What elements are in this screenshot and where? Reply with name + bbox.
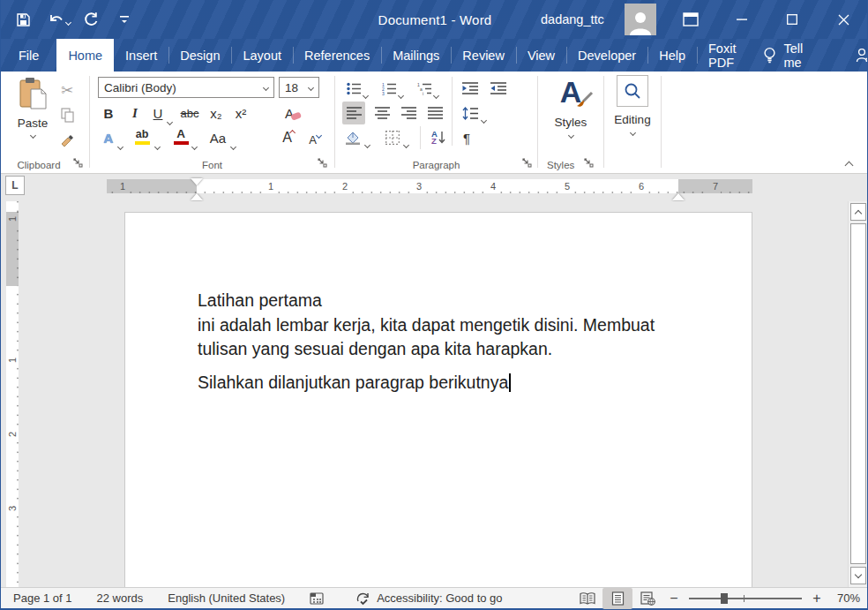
document-canvas[interactable]: 1 1 2 3 Latihan pertama ini adalah lemba…: [1, 201, 849, 587]
shading-icon[interactable]: [342, 126, 365, 149]
shading-dropdown-icon[interactable]: [365, 135, 370, 151]
tab-insert[interactable]: Insert: [114, 39, 168, 72]
tab-foxit-pdf[interactable]: Foxit PDF: [697, 39, 747, 72]
multilevel-list-icon[interactable]: 1ai: [413, 77, 436, 100]
tab-view[interactable]: View: [516, 39, 566, 72]
zoom-track[interactable]: [689, 598, 802, 599]
collapse-ribbon-icon[interactable]: [846, 156, 852, 172]
highlight-dropdown-icon[interactable]: [155, 137, 160, 153]
scroll-up-icon[interactable]: [850, 203, 866, 221]
avatar[interactable]: [625, 4, 656, 35]
read-mode-icon[interactable]: [572, 588, 602, 609]
text-effects-button[interactable]: A: [97, 126, 120, 149]
text-effects-dropdown-icon[interactable]: [118, 137, 123, 153]
word-count[interactable]: 22 words: [85, 588, 156, 608]
multilevel-dropdown-icon[interactable]: [434, 86, 438, 102]
underline-button[interactable]: U: [146, 102, 169, 124]
borders-dropdown-icon[interactable]: [404, 135, 408, 151]
bold-button[interactable]: B: [97, 102, 120, 124]
tab-stop-selector[interactable]: L: [5, 176, 25, 195]
tab-references[interactable]: References: [293, 39, 381, 72]
right-indent-marker[interactable]: [672, 193, 685, 200]
language-indicator[interactable]: English (United States): [155, 588, 297, 608]
decrease-indent-icon[interactable]: [459, 77, 482, 100]
tab-help[interactable]: Help: [647, 39, 697, 72]
font-size-select[interactable]: 18: [279, 77, 319, 98]
strikethrough-button[interactable]: abc: [178, 102, 201, 124]
scrollbar-thumb[interactable]: [850, 223, 866, 564]
font-name-select[interactable]: Calibri (Body): [98, 77, 274, 98]
zoom-percent[interactable]: 70%: [828, 591, 868, 605]
borders-icon[interactable]: [381, 126, 404, 149]
sort-icon[interactable]: A Z: [427, 126, 450, 149]
editing-button[interactable]: Editing: [604, 75, 661, 135]
clear-formatting-button[interactable]: A: [282, 102, 305, 124]
cut-icon[interactable]: ✂: [56, 79, 79, 102]
paste-dropdown-icon[interactable]: [29, 132, 35, 139]
tab-layout[interactable]: Layout: [231, 39, 293, 72]
align-center-button[interactable]: [370, 102, 393, 124]
zoom-out-icon[interactable]: −: [668, 591, 680, 606]
line-spacing-icon[interactable]: [459, 102, 482, 124]
numbering-dropdown-icon[interactable]: [399, 86, 403, 102]
tab-developer[interactable]: Developer: [566, 39, 647, 72]
minimize-icon[interactable]: [722, 0, 762, 39]
ribbon-display-options-icon[interactable]: [670, 0, 711, 39]
macro-record-icon[interactable]: [297, 588, 336, 608]
document-page[interactable]: Latihan pertama ini adalah lembar kerja,…: [124, 212, 752, 587]
tab-home[interactable]: Home: [56, 39, 114, 72]
clipboard-dialog-launcher-icon[interactable]: [73, 158, 85, 169]
horizontal-ruler[interactable]: 1 1 2 3 4 5 6 7: [107, 179, 752, 193]
bullets-dropdown-icon[interactable]: [363, 86, 368, 102]
styles-dropdown-icon[interactable]: [567, 132, 573, 139]
tab-design[interactable]: Design: [168, 39, 231, 72]
web-layout-icon[interactable]: [632, 588, 662, 609]
change-case-button[interactable]: Aa: [206, 126, 229, 149]
increase-indent-icon[interactable]: [487, 77, 510, 100]
styles-dialog-launcher-icon[interactable]: [584, 158, 595, 169]
accessibility-checker[interactable]: Accessibility: Good to go: [343, 588, 514, 608]
bullets-icon[interactable]: [342, 77, 365, 100]
font-dialog-launcher-icon[interactable]: [318, 158, 329, 169]
hanging-indent-marker[interactable]: [191, 193, 203, 200]
highlight-color-button[interactable]: ab: [131, 124, 153, 147]
page-indicator[interactable]: Page 1 of 1: [1, 588, 85, 608]
tell-me-button[interactable]: Tell me: [747, 39, 819, 72]
format-painter-icon[interactable]: [56, 128, 79, 151]
scroll-down-icon[interactable]: [850, 567, 866, 584]
font-color-button[interactable]: A: [169, 124, 192, 147]
print-layout-icon[interactable]: [602, 588, 632, 609]
zoom-thumb[interactable]: [721, 593, 728, 604]
subscript-button[interactable]: x₂: [205, 102, 228, 124]
numbering-icon[interactable]: 123: [378, 77, 400, 100]
align-left-button[interactable]: [342, 102, 365, 124]
paragraph-dialog-launcher-icon[interactable]: [522, 158, 534, 169]
maximize-icon[interactable]: [772, 0, 812, 39]
line-spacing-dropdown-icon[interactable]: [482, 110, 486, 126]
styles-button[interactable]: A Styles: [538, 75, 603, 138]
tab-review[interactable]: Review: [451, 39, 516, 72]
copy-icon[interactable]: [56, 103, 79, 126]
first-line-indent-marker[interactable]: [191, 178, 203, 185]
superscript-button[interactable]: x²: [229, 102, 252, 124]
account-user-name[interactable]: dadang_ttc: [541, 0, 604, 39]
grow-font-button[interactable]: A: [277, 126, 300, 149]
zoom-in-icon[interactable]: +: [811, 591, 823, 606]
editing-dropdown-icon[interactable]: [629, 130, 635, 136]
tab-file[interactable]: File: [1, 39, 56, 72]
font-color-dropdown-icon[interactable]: [192, 137, 197, 153]
zoom-slider[interactable]: − +: [668, 591, 823, 606]
document-text[interactable]: Latihan pertama ini adalah lembar kerja,…: [198, 289, 685, 395]
change-case-dropdown-icon[interactable]: [231, 137, 236, 153]
vertical-scrollbar[interactable]: [848, 201, 867, 587]
pilcrow-icon[interactable]: ¶: [455, 126, 478, 149]
close-icon[interactable]: [823, 0, 864, 39]
align-right-button[interactable]: [397, 102, 420, 124]
justify-button[interactable]: [423, 102, 446, 124]
italic-button[interactable]: I: [123, 102, 146, 124]
tab-mailings[interactable]: Mailings: [381, 39, 451, 72]
vertical-ruler[interactable]: 1 1 2 3: [6, 201, 19, 587]
paste-button[interactable]: Paste: [10, 77, 56, 167]
share-button[interactable]: Share: [840, 39, 868, 72]
shrink-font-button[interactable]: A: [303, 128, 326, 151]
